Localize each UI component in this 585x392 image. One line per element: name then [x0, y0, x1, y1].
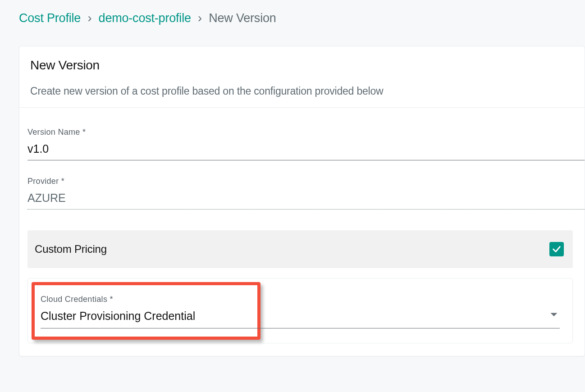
custom-pricing-label: Custom Pricing — [35, 243, 107, 255]
breadcrumb-separator: › — [194, 11, 206, 25]
version-name-field: Version Name * — [27, 128, 585, 160]
provider-input — [27, 190, 585, 210]
cloud-credentials-select[interactable]: Cluster Provisioning Credential — [41, 308, 560, 328]
provider-label: Provider * — [27, 177, 585, 186]
breadcrumb-separator: › — [84, 11, 95, 25]
breadcrumb: Cost Profile › demo-cost-profile › New V… — [0, 0, 585, 30]
cloud-credentials-card: Cloud Credentials * Cluster Provisioning… — [27, 278, 573, 343]
version-name-input[interactable] — [27, 141, 585, 160]
cloud-credentials-selected-value: Cluster Provisioning Credential — [41, 308, 560, 328]
new-version-card: New Version Create new version of a cost… — [19, 46, 585, 356]
card-header: New Version Create new version of a cost… — [19, 46, 585, 108]
breadcrumb-current: New Version — [209, 11, 276, 25]
custom-pricing-panel: Custom Pricing — [27, 230, 573, 268]
breadcrumb-parent-link[interactable]: demo-cost-profile — [99, 11, 191, 25]
check-icon — [552, 244, 562, 254]
version-name-label: Version Name * — [27, 128, 585, 137]
card-body: Version Name * Provider * Custom Pricing… — [19, 108, 585, 356]
custom-pricing-checkbox[interactable] — [549, 242, 564, 256]
breadcrumb-root-link[interactable]: Cost Profile — [19, 11, 81, 25]
page-title: New Version — [30, 58, 574, 73]
cloud-credentials-label: Cloud Credentials * — [41, 295, 560, 304]
provider-field: Provider * — [27, 177, 585, 210]
page-subtitle: Create new version of a cost profile bas… — [30, 85, 574, 97]
